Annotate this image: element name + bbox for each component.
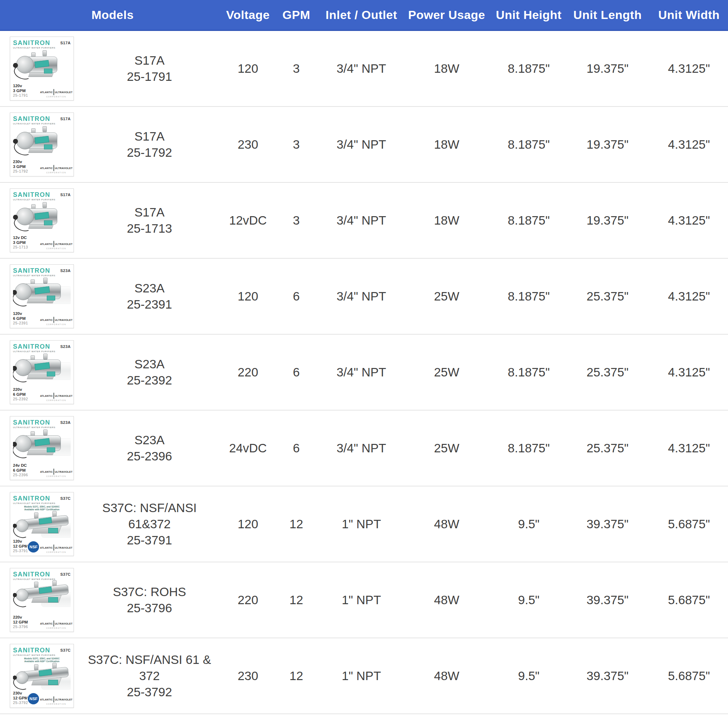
atlantic-ultraviolet-logo: ATLANTIC ULTRAVIOLET CORPORATION: [42, 620, 71, 629]
chamber-label-small: [44, 220, 52, 225]
chamber-label-small: [48, 597, 58, 603]
thumb-specs: 24v DC6 GPM 25-2396: [13, 463, 28, 477]
product-thumbnail[interactable]: SANITRON ULTRAVIOLET WATER PURIFIERS S23…: [10, 264, 74, 328]
cell-unit-width: 5.6875": [650, 517, 728, 531]
maker-corporation-label: CORPORATION: [42, 627, 71, 629]
end-knob: [13, 63, 18, 68]
cell-inlet-outlet: 3/4" NPT: [322, 214, 401, 227]
cell-voltage: 120: [225, 61, 271, 76]
sanitron-logo: SANITRON ULTRAVIOLET WATER PURIFIERS: [13, 40, 55, 49]
models-cell: SANITRON ULTRAVIOLET WATER PURIFIERS S37…: [0, 562, 225, 638]
device-illustration: [13, 201, 71, 235]
chamber-label-small: [44, 69, 52, 73]
models-cell: SANITRON ULTRAVIOLET WATER PURIFIERS S23…: [0, 335, 225, 410]
table-row: SANITRON ULTRAVIOLET WATER PURIFIERS S17…: [0, 183, 728, 259]
thumb-cert-note: Models S37C, S50C, and S2400C Available …: [13, 505, 71, 511]
product-thumbnail[interactable]: SANITRON ULTRAVIOLET WATER PURIFIERS S23…: [10, 340, 74, 404]
thumb-specs: 220v12 GPM 25-3796: [13, 615, 28, 629]
cell-unit-length: 39.375": [565, 593, 650, 607]
cell-unit-width: 4.3125": [650, 214, 728, 227]
chamber-end-cap: [16, 519, 29, 532]
outlet-port: [43, 50, 47, 56]
cell-power-usage: 48W: [401, 517, 492, 531]
nsf-badge: NSF: [28, 541, 39, 552]
cell-power-usage: 18W: [401, 214, 492, 227]
thumb-part-number: 25-3791: [13, 549, 28, 553]
maker-name-atlantic: ATLANTIC: [40, 243, 53, 245]
product-thumbnail[interactable]: SANITRON ULTRAVIOLET WATER PURIFIERS S17…: [10, 188, 74, 252]
uv-lamp-icon: [54, 165, 54, 171]
device-illustration: [13, 580, 71, 615]
cell-gpm: 6: [271, 441, 322, 455]
sanitron-logo: SANITRON ULTRAVIOLET WATER PURIFIERS: [13, 495, 55, 504]
thumb-part-number: 25-2392: [13, 397, 28, 401]
thumb-spec-lines: 12v DC3 GPM: [13, 235, 28, 245]
cell-gpm: 6: [271, 289, 322, 303]
cell-voltage: 120: [225, 289, 271, 303]
cell-power-usage: 18W: [401, 61, 492, 76]
cell-unit-length: 39.375": [565, 669, 650, 683]
chamber-end-cap: [16, 56, 34, 73]
thumb-part-number: 25-1713: [13, 245, 28, 250]
product-thumbnail[interactable]: SANITRON ULTRAVIOLET WATER PURIFIERS S23…: [10, 416, 74, 480]
models-cell: SANITRON ULTRAVIOLET WATER PURIFIERS S17…: [0, 183, 225, 258]
column-header-unit-height: Unit Height: [492, 8, 565, 22]
outlet-port: [43, 354, 47, 360]
product-thumbnail[interactable]: SANITRON ULTRAVIOLET WATER PURIFIERS S37…: [10, 492, 74, 556]
product-thumbnail[interactable]: SANITRON ULTRAVIOLET WATER PURIFIERS S17…: [10, 37, 74, 101]
brand-name: SANITRON: [13, 647, 55, 653]
maker-name-ultraviolet: ULTRAVIOLET: [55, 395, 72, 397]
thumb-model-code: S23A: [60, 267, 71, 273]
cell-voltage: 12vDC: [225, 214, 271, 227]
thumb-spec-lines: 230v12 GPM: [13, 691, 28, 700]
brand-name: SANITRON: [13, 419, 55, 426]
maker-corporation-label: CORPORATION: [42, 96, 71, 98]
maker-name-atlantic: ATLANTIC: [40, 167, 53, 169]
brand-name: SANITRON: [13, 495, 55, 502]
cell-inlet-outlet: 3/4" NPT: [322, 289, 401, 303]
thumb-model-code: S17A: [60, 40, 71, 45]
table-row: SANITRON ULTRAVIOLET WATER PURIFIERS S23…: [0, 335, 728, 410]
product-thumbnail[interactable]: SANITRON ULTRAVIOLET WATER PURIFIERS S37…: [10, 568, 74, 632]
sanitron-logo: SANITRON ULTRAVIOLET WATER PURIFIERS: [13, 343, 55, 352]
thumb-specs: 120v12 GPM 25-3791: [13, 539, 28, 553]
cell-unit-height: 9.5": [492, 517, 565, 531]
uv-lamp-icon: [54, 241, 54, 247]
device-illustration: [13, 352, 71, 387]
models-cell: SANITRON ULTRAVIOLET WATER PURIFIERS S17…: [0, 107, 225, 182]
atlantic-ultraviolet-logo: ATLANTIC ULTRAVIOLET CORPORATION: [42, 241, 71, 250]
chamber-label-small: [44, 145, 52, 150]
product-spec-table: Models Voltage GPM Inlet / Outlet Power …: [0, 0, 728, 714]
sanitron-logo: SANITRON ULTRAVIOLET WATER PURIFIERS: [13, 116, 55, 125]
cell-unit-length: 25.375": [565, 289, 650, 303]
cell-unit-length: 19.375": [565, 137, 650, 151]
models-cell: SANITRON ULTRAVIOLET WATER PURIFIERS S37…: [0, 638, 225, 714]
product-thumbnail[interactable]: SANITRON ULTRAVIOLET WATER PURIFIERS S17…: [10, 113, 74, 177]
column-header-unit-length: Unit Length: [565, 8, 650, 22]
table-row: SANITRON ULTRAVIOLET WATER PURIFIERS S37…: [0, 487, 728, 562]
cell-unit-length: 25.375": [565, 441, 650, 455]
cell-gpm: 6: [271, 365, 322, 379]
column-header-unit-width: Unit Width: [650, 8, 728, 22]
maker-name-atlantic: ATLANTIC: [40, 471, 53, 473]
maker-corporation-label: CORPORATION: [42, 171, 71, 174]
device-illustration: [13, 663, 71, 691]
cell-unit-width: 5.6875": [650, 669, 728, 683]
outlet-port: [43, 126, 47, 132]
uv-lamp-icon: [54, 89, 54, 95]
cell-inlet-outlet: 3/4" NPT: [322, 365, 401, 379]
brand-name: SANITRON: [13, 343, 55, 350]
cell-unit-width: 4.3125": [650, 289, 728, 303]
inlet-port: [34, 513, 38, 519]
outlet-port: [43, 430, 47, 435]
thumb-model-code: S37C: [60, 647, 71, 652]
maker-corporation-label: CORPORATION: [42, 247, 71, 250]
cell-unit-length: 19.375": [565, 214, 650, 227]
chamber-end-cap: [15, 283, 32, 300]
thumb-specs: 230v3 GPM 25-1792: [13, 160, 28, 174]
product-thumbnail[interactable]: SANITRON ULTRAVIOLET WATER PURIFIERS S37…: [10, 644, 74, 708]
thumb-model-code: S37C: [60, 495, 71, 500]
models-cell: SANITRON ULTRAVIOLET WATER PURIFIERS S23…: [0, 259, 225, 334]
device-illustration: [13, 125, 71, 160]
uv-lamp-icon: [54, 468, 54, 475]
